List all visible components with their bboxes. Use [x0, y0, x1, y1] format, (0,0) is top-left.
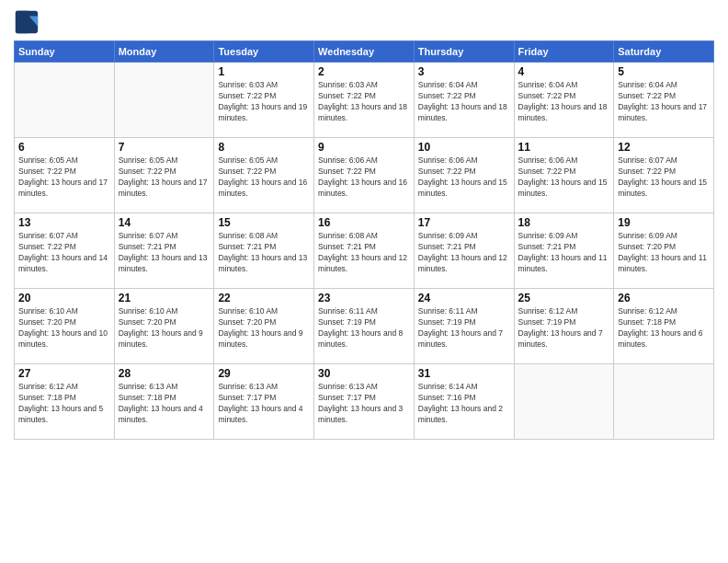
calendar-cell: 1Sunrise: 6:03 AMSunset: 7:22 PMDaylight…	[214, 63, 314, 138]
svg-rect-2	[16, 11, 29, 33]
calendar-table: SundayMondayTuesdayWednesdayThursdayFrid…	[14, 40, 714, 440]
calendar-cell: 29Sunrise: 6:13 AMSunset: 7:17 PMDayligh…	[214, 364, 314, 440]
calendar-cell: 10Sunrise: 6:06 AMSunset: 7:22 PMDayligh…	[414, 138, 514, 213]
day-number: 3	[418, 65, 510, 78]
weekday-header-saturday: Saturday	[614, 41, 714, 63]
day-info: Sunrise: 6:13 AMSunset: 7:17 PMDaylight:…	[218, 382, 310, 426]
weekday-header-friday: Friday	[514, 41, 614, 63]
header	[14, 9, 714, 35]
calendar-cell: 5Sunrise: 6:04 AMSunset: 7:22 PMDaylight…	[614, 63, 714, 138]
day-info: Sunrise: 6:07 AMSunset: 7:21 PMDaylight:…	[119, 231, 210, 275]
calendar-header: SundayMondayTuesdayWednesdayThursdayFrid…	[15, 41, 714, 63]
day-number: 31	[418, 367, 510, 380]
day-number: 1	[218, 65, 310, 78]
day-number: 22	[218, 292, 310, 304]
day-info: Sunrise: 6:05 AMSunset: 7:22 PMDaylight:…	[18, 155, 110, 200]
day-number: 9	[318, 141, 410, 154]
day-number: 20	[18, 292, 110, 304]
calendar-cell: 25Sunrise: 6:12 AMSunset: 7:19 PMDayligh…	[514, 289, 614, 364]
day-number: 13	[18, 216, 110, 229]
day-info: Sunrise: 6:04 AMSunset: 7:22 PMDaylight:…	[618, 80, 710, 124]
calendar-cell: 17Sunrise: 6:09 AMSunset: 7:21 PMDayligh…	[414, 213, 514, 289]
calendar-cell: 23Sunrise: 6:11 AMSunset: 7:19 PMDayligh…	[314, 289, 415, 364]
calendar-body: 1Sunrise: 6:03 AMSunset: 7:22 PMDaylight…	[15, 63, 714, 440]
calendar-cell: 12Sunrise: 6:07 AMSunset: 7:22 PMDayligh…	[614, 138, 714, 213]
day-info: Sunrise: 6:12 AMSunset: 7:19 PMDaylight:…	[518, 306, 610, 350]
day-number: 11	[518, 141, 610, 154]
calendar-cell: 22Sunrise: 6:10 AMSunset: 7:20 PMDayligh…	[214, 289, 314, 364]
week-row-2: 6Sunrise: 6:05 AMSunset: 7:22 PMDaylight…	[15, 138, 714, 213]
calendar-cell: 4Sunrise: 6:04 AMSunset: 7:22 PMDaylight…	[514, 63, 614, 138]
day-number: 27	[18, 367, 110, 380]
day-info: Sunrise: 6:07 AMSunset: 7:22 PMDaylight:…	[18, 231, 110, 275]
day-number: 12	[618, 141, 710, 154]
day-info: Sunrise: 6:07 AMSunset: 7:22 PMDaylight:…	[618, 155, 710, 200]
calendar-cell	[514, 364, 614, 440]
calendar-cell: 6Sunrise: 6:05 AMSunset: 7:22 PMDaylight…	[15, 138, 115, 213]
calendar-cell: 7Sunrise: 6:05 AMSunset: 7:22 PMDaylight…	[114, 138, 214, 213]
calendar-cell	[114, 63, 214, 138]
day-info: Sunrise: 6:09 AMSunset: 7:20 PMDaylight:…	[618, 231, 710, 275]
day-info: Sunrise: 6:08 AMSunset: 7:21 PMDaylight:…	[318, 231, 410, 275]
day-number: 28	[119, 367, 210, 380]
calendar-cell: 21Sunrise: 6:10 AMSunset: 7:20 PMDayligh…	[114, 289, 214, 364]
day-info: Sunrise: 6:04 AMSunset: 7:22 PMDaylight:…	[518, 80, 610, 124]
day-number: 7	[119, 141, 210, 154]
calendar-cell: 14Sunrise: 6:07 AMSunset: 7:21 PMDayligh…	[114, 213, 214, 289]
day-info: Sunrise: 6:13 AMSunset: 7:17 PMDaylight:…	[318, 382, 410, 426]
logo-icon	[14, 9, 40, 35]
weekday-header-thursday: Thursday	[414, 41, 514, 63]
week-row-5: 27Sunrise: 6:12 AMSunset: 7:18 PMDayligh…	[15, 364, 714, 440]
day-info: Sunrise: 6:06 AMSunset: 7:22 PMDaylight:…	[518, 155, 610, 200]
week-row-3: 13Sunrise: 6:07 AMSunset: 7:22 PMDayligh…	[15, 213, 714, 289]
day-info: Sunrise: 6:09 AMSunset: 7:21 PMDaylight:…	[518, 231, 610, 275]
calendar-cell: 8Sunrise: 6:05 AMSunset: 7:22 PMDaylight…	[214, 138, 314, 213]
calendar-cell: 26Sunrise: 6:12 AMSunset: 7:18 PMDayligh…	[614, 289, 714, 364]
day-number: 6	[18, 141, 110, 154]
day-info: Sunrise: 6:11 AMSunset: 7:19 PMDaylight:…	[418, 306, 510, 350]
day-number: 23	[318, 292, 410, 304]
day-info: Sunrise: 6:10 AMSunset: 7:20 PMDaylight:…	[218, 306, 310, 350]
day-info: Sunrise: 6:10 AMSunset: 7:20 PMDaylight:…	[18, 306, 110, 350]
day-number: 24	[418, 292, 510, 304]
weekday-header-sunday: Sunday	[15, 41, 115, 63]
day-info: Sunrise: 6:04 AMSunset: 7:22 PMDaylight:…	[418, 80, 510, 124]
day-number: 2	[318, 65, 410, 78]
weekday-header-wednesday: Wednesday	[314, 41, 415, 63]
day-number: 14	[119, 216, 210, 229]
day-info: Sunrise: 6:12 AMSunset: 7:18 PMDaylight:…	[18, 382, 110, 426]
day-number: 5	[618, 65, 710, 78]
calendar-cell: 11Sunrise: 6:06 AMSunset: 7:22 PMDayligh…	[514, 138, 614, 213]
page: SundayMondayTuesdayWednesdayThursdayFrid…	[0, 0, 728, 563]
day-number: 15	[218, 216, 310, 229]
day-info: Sunrise: 6:14 AMSunset: 7:16 PMDaylight:…	[418, 382, 510, 426]
day-number: 29	[218, 367, 310, 380]
calendar-cell	[614, 364, 714, 440]
day-info: Sunrise: 6:10 AMSunset: 7:20 PMDaylight:…	[119, 306, 210, 350]
calendar-cell: 30Sunrise: 6:13 AMSunset: 7:17 PMDayligh…	[314, 364, 415, 440]
day-number: 25	[518, 292, 610, 304]
day-number: 26	[618, 292, 710, 304]
calendar-cell: 28Sunrise: 6:13 AMSunset: 7:18 PMDayligh…	[114, 364, 214, 440]
day-info: Sunrise: 6:03 AMSunset: 7:22 PMDaylight:…	[218, 80, 310, 124]
calendar-cell: 15Sunrise: 6:08 AMSunset: 7:21 PMDayligh…	[214, 213, 314, 289]
logo	[14, 9, 43, 35]
calendar-cell: 31Sunrise: 6:14 AMSunset: 7:16 PMDayligh…	[414, 364, 514, 440]
day-number: 21	[119, 292, 210, 304]
day-info: Sunrise: 6:03 AMSunset: 7:22 PMDaylight:…	[318, 80, 410, 124]
calendar-cell: 2Sunrise: 6:03 AMSunset: 7:22 PMDaylight…	[314, 63, 415, 138]
day-number: 17	[418, 216, 510, 229]
day-info: Sunrise: 6:13 AMSunset: 7:18 PMDaylight:…	[119, 382, 210, 426]
day-info: Sunrise: 6:09 AMSunset: 7:21 PMDaylight:…	[418, 231, 510, 275]
calendar-cell: 18Sunrise: 6:09 AMSunset: 7:21 PMDayligh…	[514, 213, 614, 289]
weekday-header-tuesday: Tuesday	[214, 41, 314, 63]
day-info: Sunrise: 6:05 AMSunset: 7:22 PMDaylight:…	[218, 155, 310, 200]
day-number: 16	[318, 216, 410, 229]
calendar-cell: 16Sunrise: 6:08 AMSunset: 7:21 PMDayligh…	[314, 213, 415, 289]
week-row-4: 20Sunrise: 6:10 AMSunset: 7:20 PMDayligh…	[15, 289, 714, 364]
day-info: Sunrise: 6:12 AMSunset: 7:18 PMDaylight:…	[618, 306, 710, 350]
day-number: 4	[518, 65, 610, 78]
calendar-cell: 9Sunrise: 6:06 AMSunset: 7:22 PMDaylight…	[314, 138, 415, 213]
calendar-cell: 19Sunrise: 6:09 AMSunset: 7:20 PMDayligh…	[614, 213, 714, 289]
week-row-1: 1Sunrise: 6:03 AMSunset: 7:22 PMDaylight…	[15, 63, 714, 138]
